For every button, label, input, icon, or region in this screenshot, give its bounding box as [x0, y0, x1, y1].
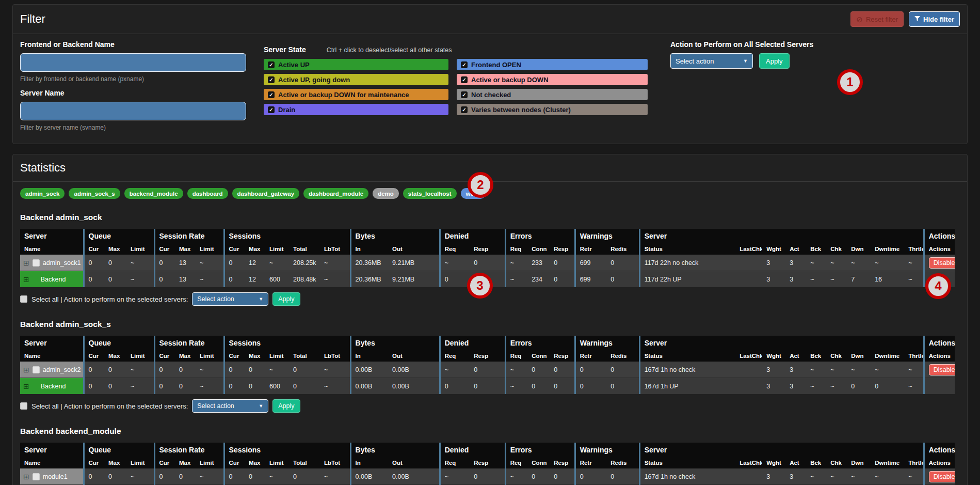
backend-tag-demo[interactable]: demo	[373, 188, 399, 199]
stat-cell: ~	[806, 468, 826, 485]
column-header-in: In	[350, 457, 388, 468]
stat-cell: 3	[785, 468, 806, 485]
stat-cell: 0	[606, 378, 639, 395]
column-header-limit: Limit	[265, 457, 289, 468]
select-all-checkbox[interactable]	[20, 295, 27, 303]
stat-cell: 0	[550, 378, 575, 395]
filter-title: Filter	[20, 12, 45, 26]
bulk-action-select[interactable]: Select action ▼	[670, 53, 753, 69]
column-header-limit: Limit	[126, 243, 154, 255]
bulk-action-select-value: Select action	[676, 57, 714, 65]
stat-cell: 0	[847, 378, 871, 395]
stat-cell: 0	[84, 378, 104, 395]
hide-filter-button[interactable]: Hide filter	[909, 11, 960, 27]
expand-icon[interactable]: ⊞	[23, 473, 29, 480]
backend-tag-backend-module[interactable]: backend_module	[124, 188, 183, 199]
column-header-redis: Redis	[606, 243, 639, 255]
row-apply-button[interactable]: Apply	[272, 292, 300, 306]
stat-cell: 0	[440, 378, 470, 395]
stat-cell: ~	[440, 255, 470, 271]
column-header-status: Status	[639, 457, 735, 468]
backend-section-title-backend-backend-module: Backend backend_module	[20, 427, 960, 436]
column-group-actions: Actions	[924, 443, 955, 457]
backend-tag-dashboard[interactable]: dashboard	[187, 188, 228, 199]
row-action-select[interactable]: Select action▼	[192, 292, 268, 306]
svname-label: Server Name	[20, 89, 246, 97]
column-header-retr: Retr	[575, 350, 606, 362]
backend-tag-stats-localhost[interactable]: stats_localhost	[403, 188, 457, 199]
column-header-thrtle: Thrtle	[904, 457, 924, 468]
filter-funnel-icon	[914, 15, 920, 23]
column-header-lastchk: LastChk	[735, 350, 762, 362]
state-filter-not-checked[interactable]: ✓Not checked	[457, 89, 648, 100]
stat-cell: 0	[175, 378, 196, 395]
column-header-cur: Cur	[154, 243, 175, 255]
stat-cell: 233	[527, 255, 550, 271]
stat-cell: 0	[224, 378, 245, 395]
state-filter-active-or-backup-down[interactable]: ✓Active or backup DOWN	[457, 74, 648, 85]
stat-cell: 0	[606, 468, 639, 485]
disable-button[interactable]: Disable	[929, 471, 955, 482]
column-header-dwn: Dwn	[847, 243, 871, 255]
backend-tag-dashboard-module[interactable]: dashboard_module	[303, 188, 368, 199]
column-header-thrtle: Thrtle	[904, 243, 924, 255]
column-header-cur: Cur	[224, 457, 245, 468]
pxname-help: Filter by frontend or backend name (pxna…	[20, 75, 246, 83]
stat-cell: 0	[84, 362, 104, 378]
stat-cell	[735, 271, 762, 288]
disable-button[interactable]: Disable	[929, 364, 955, 376]
row-checkbox[interactable]	[33, 366, 40, 373]
column-group-denied: Denied	[440, 443, 505, 457]
pxname-label: Frontend or Backend Name	[20, 40, 246, 49]
column-header-status: Status	[639, 350, 735, 362]
stat-cell: 699	[575, 255, 606, 271]
row-action-select[interactable]: Select action▼	[192, 399, 268, 413]
state-filter-frontend-open[interactable]: ✓Frontend OPEN	[457, 59, 648, 70]
backend-tag-dashboard-gateway[interactable]: dashboard_gateway	[232, 188, 300, 199]
row-apply-button[interactable]: Apply	[272, 399, 300, 413]
backend-tag-admin-sock-s[interactable]: admin_sock_s	[69, 188, 120, 199]
reset-filter-button[interactable]: ⊘ Reset filter	[850, 11, 904, 27]
stat-cell: 0	[175, 362, 196, 378]
state-filter-active-up[interactable]: ✓Active UP	[264, 59, 448, 70]
bulk-apply-button[interactable]: Apply	[759, 53, 790, 69]
disable-button[interactable]: Disable	[929, 257, 955, 269]
expand-icon[interactable]: ⊞	[23, 259, 29, 267]
server-state-filters: ✓Active UP✓Active UP, going down✓Active …	[264, 59, 650, 115]
column-group-errors: Errors	[505, 443, 575, 457]
svname-input[interactable]	[20, 102, 246, 120]
state-filter-active-up-going-down[interactable]: ✓Active UP, going down	[264, 74, 448, 85]
stat-cell: ~	[826, 468, 847, 485]
column-header-dwntime: Dwntime	[871, 243, 904, 255]
column-header-lbtot: LbTot	[320, 457, 350, 468]
expand-icon[interactable]: ⊞	[23, 383, 29, 390]
state-filter-active-or-backup-down-for-maintenance[interactable]: ✓Active or backup DOWN for maintenance	[264, 89, 448, 100]
state-filter-varies-between-nodes-cluster[interactable]: ✓Varies between nodes (Cluster)	[457, 104, 648, 115]
stat-cell: ~	[826, 255, 847, 271]
stat-cell: 0	[245, 468, 265, 485]
column-group-bytes: Bytes	[350, 229, 440, 243]
column-header-resp: Resp	[470, 243, 505, 255]
expand-icon[interactable]: ⊞	[23, 366, 29, 373]
expand-icon[interactable]: ⊞	[23, 276, 29, 283]
pxname-input[interactable]	[20, 53, 246, 72]
backend-tag-admin-sock[interactable]: admin_sock	[20, 188, 65, 199]
select-all-checkbox[interactable]	[20, 402, 27, 410]
column-group-bytes: Bytes	[350, 443, 440, 457]
column-header-wght: Wght	[762, 243, 785, 255]
column-header-wght: Wght	[762, 350, 785, 362]
stat-cell: ~	[505, 362, 527, 378]
stat-cell: 117d 22h no check	[639, 255, 735, 271]
row-checkbox[interactable]	[33, 473, 40, 480]
state-filter-drain[interactable]: ✓Drain	[264, 104, 448, 115]
select-all-label: Select all | Action to perform on the se…	[31, 402, 188, 410]
row-checkbox[interactable]	[33, 259, 40, 267]
stat-cell: 0	[575, 362, 606, 378]
server-name: admin_sock2	[43, 366, 81, 373]
column-header-lastchk: LastChk	[735, 457, 762, 468]
column-header-req: Req	[505, 457, 527, 468]
column-group-errors: Errors	[505, 229, 575, 243]
column-header-dwntime: Dwntime	[871, 457, 904, 468]
state-filter-label: Active UP	[278, 61, 310, 69]
state-filter-label: Drain	[278, 106, 295, 114]
